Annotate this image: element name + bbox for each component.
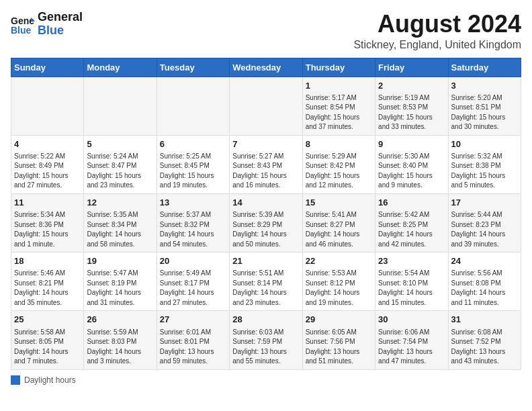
calendar-cell: 25Sunrise: 5:58 AM Sunset: 8:05 PM Dayli… <box>11 311 84 369</box>
day-info: Sunrise: 5:53 AM Sunset: 8:12 PM Dayligh… <box>306 269 372 308</box>
title-block: August 2024 Stickney, England, United Ki… <box>353 11 521 51</box>
legend: Daylight hours <box>11 375 521 385</box>
day-number: 17 <box>451 197 518 209</box>
day-number: 7 <box>232 138 299 150</box>
calendar-cell: 21Sunrise: 5:51 AM Sunset: 8:14 PM Dayli… <box>230 253 302 311</box>
calendar-cell: 27Sunrise: 6:01 AM Sunset: 8:01 PM Dayli… <box>157 311 229 369</box>
logo-icon: General Blue <box>11 12 35 36</box>
day-number: 10 <box>451 138 518 150</box>
day-number: 11 <box>14 197 81 209</box>
column-header-thursday: Thursday <box>302 58 375 77</box>
calendar-cell: 7Sunrise: 5:27 AM Sunset: 8:43 PM Daylig… <box>230 135 302 193</box>
day-number: 28 <box>232 314 299 326</box>
calendar-cell: 17Sunrise: 5:44 AM Sunset: 8:23 PM Dayli… <box>448 193 521 252</box>
day-info: Sunrise: 6:05 AM Sunset: 7:56 PM Dayligh… <box>306 328 372 367</box>
day-number: 26 <box>87 314 153 326</box>
svg-text:Blue: Blue <box>11 25 32 36</box>
day-info: Sunrise: 5:44 AM Sunset: 8:23 PM Dayligh… <box>451 210 518 249</box>
day-info: Sunrise: 5:37 AM Sunset: 8:32 PM Dayligh… <box>160 210 226 249</box>
day-info: Sunrise: 5:29 AM Sunset: 8:42 PM Dayligh… <box>306 152 372 191</box>
calendar-cell: 6Sunrise: 5:25 AM Sunset: 8:45 PM Daylig… <box>157 135 229 193</box>
calendar-cell: 4Sunrise: 5:22 AM Sunset: 8:49 PM Daylig… <box>11 135 84 193</box>
calendar-cell: 10Sunrise: 5:32 AM Sunset: 8:38 PM Dayli… <box>448 135 521 193</box>
calendar-cell <box>157 77 229 135</box>
column-header-saturday: Saturday <box>448 58 521 77</box>
day-info: Sunrise: 5:17 AM Sunset: 8:54 PM Dayligh… <box>306 93 372 132</box>
day-number: 14 <box>232 197 299 209</box>
day-number: 4 <box>14 138 81 150</box>
calendar-cell: 11Sunrise: 5:34 AM Sunset: 8:36 PM Dayli… <box>11 193 84 252</box>
calendar-cell: 13Sunrise: 5:37 AM Sunset: 8:32 PM Dayli… <box>157 193 229 252</box>
calendar-cell: 26Sunrise: 5:59 AM Sunset: 8:03 PM Dayli… <box>84 311 157 369</box>
day-info: Sunrise: 5:20 AM Sunset: 8:51 PM Dayligh… <box>451 93 518 132</box>
day-number: 19 <box>87 255 153 267</box>
day-number: 3 <box>451 80 518 92</box>
page-header: General Blue General Blue August 2024 St… <box>11 11 521 51</box>
calendar-cell <box>230 77 302 135</box>
week-row-1: 1Sunrise: 5:17 AM Sunset: 8:54 PM Daylig… <box>11 77 521 135</box>
day-info: Sunrise: 5:54 AM Sunset: 8:10 PM Dayligh… <box>378 269 445 308</box>
day-number: 27 <box>160 314 226 326</box>
week-row-5: 25Sunrise: 5:58 AM Sunset: 8:05 PM Dayli… <box>11 311 521 369</box>
day-info: Sunrise: 5:24 AM Sunset: 8:47 PM Dayligh… <box>87 152 153 191</box>
day-info: Sunrise: 5:58 AM Sunset: 8:05 PM Dayligh… <box>14 328 81 367</box>
header-row: SundayMondayTuesdayWednesdayThursdayFrid… <box>11 58 521 77</box>
calendar-cell <box>84 77 157 135</box>
day-info: Sunrise: 5:59 AM Sunset: 8:03 PM Dayligh… <box>87 328 153 367</box>
subtitle: Stickney, England, United Kingdom <box>353 39 521 51</box>
day-info: Sunrise: 6:03 AM Sunset: 7:59 PM Dayligh… <box>232 328 299 367</box>
column-header-monday: Monday <box>84 58 157 77</box>
calendar-cell: 22Sunrise: 5:53 AM Sunset: 8:12 PM Dayli… <box>302 253 375 311</box>
week-row-2: 4Sunrise: 5:22 AM Sunset: 8:49 PM Daylig… <box>11 135 521 193</box>
legend-box <box>11 375 20 385</box>
day-number: 24 <box>451 255 518 267</box>
day-number: 16 <box>378 197 445 209</box>
day-number: 18 <box>14 255 81 267</box>
day-number: 22 <box>306 255 372 267</box>
day-number: 23 <box>378 255 445 267</box>
day-number: 6 <box>160 138 226 150</box>
day-info: Sunrise: 5:39 AM Sunset: 8:29 PM Dayligh… <box>232 210 299 249</box>
day-info: Sunrise: 5:35 AM Sunset: 8:34 PM Dayligh… <box>87 210 153 249</box>
calendar-cell: 1Sunrise: 5:17 AM Sunset: 8:54 PM Daylig… <box>302 77 375 135</box>
day-number: 2 <box>378 80 445 92</box>
calendar-cell: 9Sunrise: 5:30 AM Sunset: 8:40 PM Daylig… <box>375 135 448 193</box>
week-row-3: 11Sunrise: 5:34 AM Sunset: 8:36 PM Dayli… <box>11 193 521 252</box>
day-number: 30 <box>378 314 445 326</box>
day-info: Sunrise: 5:30 AM Sunset: 8:40 PM Dayligh… <box>378 152 445 191</box>
day-number: 8 <box>306 138 372 150</box>
column-header-wednesday: Wednesday <box>230 58 302 77</box>
calendar-cell <box>11 77 84 135</box>
day-info: Sunrise: 5:41 AM Sunset: 8:27 PM Dayligh… <box>306 210 372 249</box>
day-info: Sunrise: 5:25 AM Sunset: 8:45 PM Dayligh… <box>160 152 226 191</box>
day-info: Sunrise: 5:27 AM Sunset: 8:43 PM Dayligh… <box>232 152 299 191</box>
day-number: 9 <box>378 138 445 150</box>
day-info: Sunrise: 5:34 AM Sunset: 8:36 PM Dayligh… <box>14 210 81 249</box>
day-info: Sunrise: 6:01 AM Sunset: 8:01 PM Dayligh… <box>160 328 226 367</box>
day-number: 25 <box>14 314 81 326</box>
legend-label: Daylight hours <box>24 375 76 385</box>
day-info: Sunrise: 5:19 AM Sunset: 8:53 PM Dayligh… <box>378 93 445 132</box>
day-info: Sunrise: 5:32 AM Sunset: 8:38 PM Dayligh… <box>451 152 518 191</box>
column-header-tuesday: Tuesday <box>157 58 229 77</box>
day-info: Sunrise: 5:56 AM Sunset: 8:08 PM Dayligh… <box>451 269 518 308</box>
calendar-cell: 28Sunrise: 6:03 AM Sunset: 7:59 PM Dayli… <box>230 311 302 369</box>
day-number: 29 <box>306 314 372 326</box>
day-info: Sunrise: 5:49 AM Sunset: 8:17 PM Dayligh… <box>160 269 226 308</box>
day-number: 15 <box>306 197 372 209</box>
column-header-sunday: Sunday <box>11 58 84 77</box>
day-info: Sunrise: 5:47 AM Sunset: 8:19 PM Dayligh… <box>87 269 153 308</box>
day-info: Sunrise: 6:06 AM Sunset: 7:54 PM Dayligh… <box>378 328 445 367</box>
day-number: 12 <box>87 197 153 209</box>
calendar-cell: 3Sunrise: 5:20 AM Sunset: 8:51 PM Daylig… <box>448 77 521 135</box>
calendar-cell: 23Sunrise: 5:54 AM Sunset: 8:10 PM Dayli… <box>375 253 448 311</box>
calendar-cell: 18Sunrise: 5:46 AM Sunset: 8:21 PM Dayli… <box>11 253 84 311</box>
day-number: 21 <box>232 255 299 267</box>
day-number: 20 <box>160 255 226 267</box>
calendar-cell: 20Sunrise: 5:49 AM Sunset: 8:17 PM Dayli… <box>157 253 229 311</box>
day-info: Sunrise: 5:51 AM Sunset: 8:14 PM Dayligh… <box>232 269 299 308</box>
day-number: 31 <box>451 314 518 326</box>
calendar-cell: 31Sunrise: 6:08 AM Sunset: 7:52 PM Dayli… <box>448 311 521 369</box>
calendar-table: SundayMondayTuesdayWednesdayThursdayFrid… <box>11 58 521 370</box>
main-title: August 2024 <box>353 11 521 38</box>
